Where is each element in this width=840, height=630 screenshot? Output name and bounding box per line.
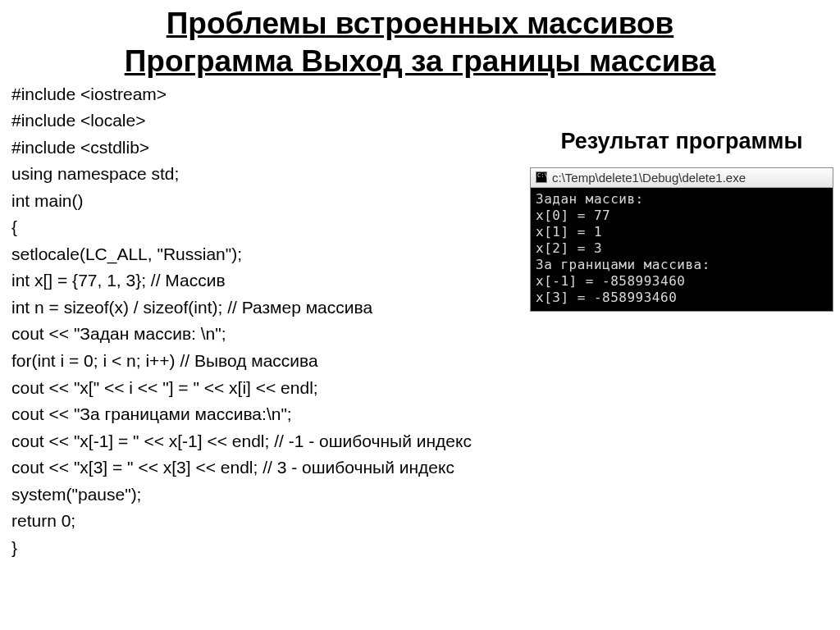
console-window: c:\Temp\delete1\Debug\delete1.exe Задан … <box>530 167 833 312</box>
title-line-2: Программа Выход за границы массива <box>125 44 716 78</box>
console-titlebar: c:\Temp\delete1\Debug\delete1.exe <box>531 168 833 188</box>
console-output: Задан массив: x[0] = 77 x[1] = 1 x[2] = … <box>531 188 833 311</box>
title-line-1: Проблемы встроенных массивов <box>167 7 674 40</box>
console-app-icon <box>536 171 547 183</box>
slide-content: #include <iostream> #include <locale> #i… <box>0 81 840 562</box>
result-heading: Результат программы <box>530 129 833 154</box>
result-column: Результат программы c:\Temp\delete1\Debu… <box>530 129 833 312</box>
console-title-text: c:\Temp\delete1\Debug\delete1.exe <box>552 171 746 185</box>
slide-title: Проблемы встроенных массивов Программа В… <box>0 0 840 81</box>
